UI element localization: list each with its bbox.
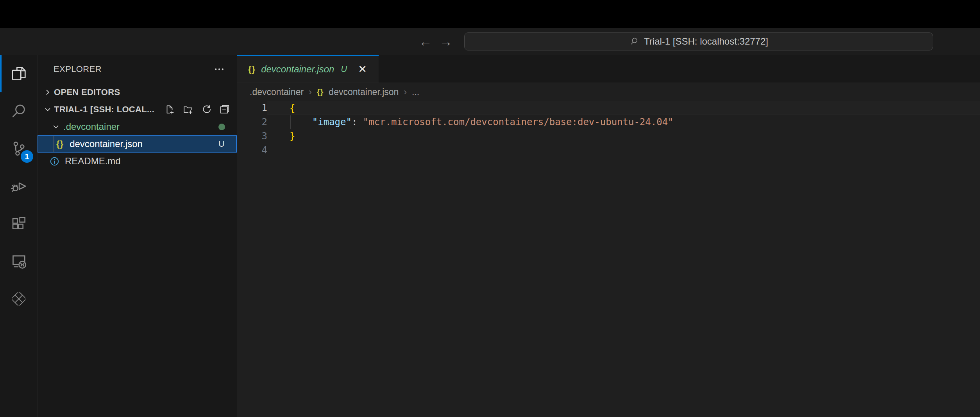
json-file-icon: {} bbox=[248, 64, 256, 74]
json-file-icon: {} bbox=[56, 139, 64, 149]
activity-item-run-debug[interactable] bbox=[0, 167, 37, 205]
breadcrumb-file[interactable]: devcontainer.json bbox=[329, 87, 399, 97]
code-token: : bbox=[352, 117, 363, 128]
source-control-badge: 1 bbox=[20, 149, 34, 164]
vscode-window: ← → Trial-1 [SSH: localhost:32772] bbox=[0, 0, 980, 417]
collapse-all-icon bbox=[219, 104, 231, 115]
workbench: 1 bbox=[0, 55, 980, 417]
open-editors-label: OPEN EDITORS bbox=[54, 87, 237, 97]
code-line-content bbox=[267, 143, 980, 157]
code-token: } bbox=[290, 131, 295, 142]
code-line-content: } bbox=[267, 129, 980, 143]
code-line-content: { bbox=[267, 101, 980, 115]
sidebar-title: EXPLORER bbox=[54, 64, 213, 74]
open-editors-section[interactable]: OPEN EDITORS bbox=[38, 84, 237, 101]
title-bar: ← → Trial-1 [SSH: localhost:32772] bbox=[0, 28, 980, 55]
chevron-down-icon bbox=[50, 121, 61, 132]
activity-bar: 1 bbox=[0, 55, 38, 417]
workspace-label: TRIAL-1 [SSH: LOCAL... bbox=[54, 104, 164, 115]
line-number: 3 bbox=[237, 129, 267, 143]
history-forward-button[interactable]: → bbox=[439, 28, 452, 55]
tab-bar: {} devcontainer.json U ✕ bbox=[237, 55, 980, 83]
tab-git-badge: U bbox=[341, 64, 347, 74]
macos-menubar-strip bbox=[0, 0, 980, 28]
code-editor[interactable]: 1{2 "image": "mcr.microsoft.com/devconta… bbox=[237, 101, 980, 417]
code-token bbox=[290, 117, 312, 128]
new-folder-icon bbox=[182, 104, 194, 115]
line-number: 1 bbox=[237, 101, 267, 115]
window-title: Trial-1 [SSH: localhost:32772] bbox=[644, 36, 768, 47]
tab-devcontainer-json[interactable]: {} devcontainer.json U ✕ bbox=[237, 55, 379, 83]
extensions-icon bbox=[10, 215, 28, 233]
breadcrumbs: .devcontainer › {} devcontainer.json › .… bbox=[237, 83, 980, 101]
explorer-sidebar: EXPLORER OPEN EDITORS TRIAL-1 [SSH: LOCA… bbox=[38, 55, 237, 417]
activity-item-explorer[interactable] bbox=[0, 55, 37, 92]
tree-item-readme[interactable]: README.md bbox=[38, 153, 237, 170]
chevron-down-icon bbox=[42, 104, 53, 115]
code-token: "mcr.microsoft.com/devcontainers/base:de… bbox=[363, 117, 674, 128]
git-untracked-badge: U bbox=[218, 139, 225, 149]
files-icon bbox=[10, 65, 28, 83]
new-file-button[interactable] bbox=[164, 104, 175, 115]
more-actions-button[interactable] bbox=[213, 63, 225, 75]
line-number: 4 bbox=[237, 143, 267, 157]
diamond-grid-icon bbox=[9, 289, 28, 308]
code-token: "image" bbox=[312, 117, 352, 128]
command-center-search[interactable]: Trial-1 [SSH: localhost:32772] bbox=[464, 32, 933, 50]
indent-guide bbox=[290, 115, 291, 129]
breadcrumb-separator: › bbox=[404, 87, 407, 97]
search-icon bbox=[10, 102, 28, 120]
sidebar-header: EXPLORER bbox=[38, 55, 237, 84]
refresh-button[interactable] bbox=[200, 104, 212, 115]
new-folder-button[interactable] bbox=[182, 104, 194, 115]
ellipsis-icon bbox=[213, 63, 225, 75]
line-number: 2 bbox=[237, 115, 267, 129]
breadcrumb-folder[interactable]: .devcontainer bbox=[250, 87, 304, 97]
tree-item-devcontainer-folder[interactable]: .devcontainer bbox=[38, 118, 237, 135]
code-line[interactable]: 3} bbox=[237, 129, 980, 143]
code-line[interactable]: 1{ bbox=[237, 101, 980, 115]
editor-group: {} devcontainer.json U ✕ .devcontainer ›… bbox=[237, 55, 980, 417]
history-back-button[interactable]: ← bbox=[419, 28, 432, 55]
close-tab-button[interactable]: ✕ bbox=[358, 63, 367, 75]
remote-explorer-icon bbox=[10, 252, 28, 270]
new-file-icon bbox=[164, 104, 175, 115]
activity-item-extension-diamond[interactable] bbox=[0, 280, 37, 318]
activity-item-remote-explorer[interactable] bbox=[0, 243, 37, 280]
workspace-section[interactable]: TRIAL-1 [SSH: LOCAL... bbox=[38, 101, 237, 118]
chevron-right-icon bbox=[42, 87, 53, 98]
tab-label: devcontainer.json bbox=[261, 64, 334, 75]
refresh-icon bbox=[200, 104, 212, 115]
code-token: { bbox=[290, 103, 295, 114]
tree-item-devcontainer-json[interactable]: {} devcontainer.json U bbox=[38, 135, 237, 153]
breadcrumb-separator: › bbox=[309, 87, 312, 97]
section-toolbar bbox=[164, 104, 231, 115]
file-name: devcontainer.json bbox=[70, 138, 218, 149]
code-line[interactable]: 2 "image": "mcr.microsoft.com/devcontain… bbox=[237, 115, 980, 129]
code-line[interactable]: 4 bbox=[237, 143, 980, 157]
breadcrumb-symbol[interactable]: ... bbox=[412, 87, 419, 97]
search-icon bbox=[629, 36, 639, 47]
file-name: README.md bbox=[65, 156, 237, 167]
info-icon bbox=[49, 156, 60, 167]
git-modified-dot bbox=[218, 124, 225, 130]
activity-item-source-control[interactable]: 1 bbox=[0, 130, 37, 167]
json-file-icon: {} bbox=[317, 88, 324, 97]
code-line-content: "image": "mcr.microsoft.com/devcontainer… bbox=[267, 115, 980, 129]
tree-indent-guide bbox=[54, 136, 54, 152]
folder-name: .devcontainer bbox=[63, 121, 218, 132]
run-debug-icon bbox=[10, 177, 28, 195]
collapse-all-button[interactable] bbox=[219, 104, 231, 115]
activity-item-search[interactable] bbox=[0, 92, 37, 130]
activity-item-extensions[interactable] bbox=[0, 205, 37, 243]
